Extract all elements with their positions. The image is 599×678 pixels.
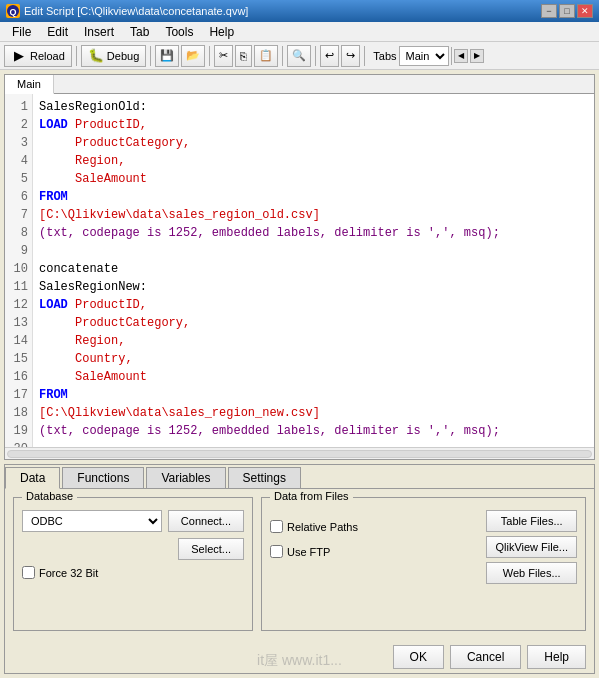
toolbar-separator-2 <box>150 46 151 66</box>
db-select-btn-row: Select... <box>22 538 244 560</box>
open-button[interactable]: 📂 <box>181 45 205 67</box>
cut-icon: ✂ <box>219 49 228 62</box>
copy-button[interactable]: ⎘ <box>235 45 252 67</box>
search-icon: 🔍 <box>292 49 306 62</box>
undo-button[interactable]: ↩ <box>320 45 339 67</box>
force32-row: Force 32 Bit <box>22 566 244 579</box>
select-button[interactable]: Select... <box>178 538 244 560</box>
scroll-right-arrow[interactable]: ▶ <box>470 49 484 63</box>
app-icon: Q <box>6 4 20 18</box>
maximize-button[interactable]: □ <box>559 4 575 18</box>
footer-row: OK Cancel Help <box>5 639 594 673</box>
toolbar-separator-4 <box>282 46 283 66</box>
toolbar: ▶ Reload 🐛 Debug 💾 📂 ✂ ⎘ 📋 🔍 <box>0 42 599 70</box>
tab-settings[interactable]: Settings <box>228 467 301 488</box>
files-section: Relative Paths Use FTP Table Files... Ql… <box>270 510 577 584</box>
menu-help[interactable]: Help <box>201 23 242 41</box>
reload-icon: ▶ <box>11 48 27 64</box>
redo-icon: ↪ <box>346 49 355 62</box>
help-button[interactable]: Help <box>527 645 586 669</box>
db-select-row: ODBC Connect... <box>22 510 244 532</box>
title-bar: Q Edit Script [C:\Qlikview\data\concetan… <box>0 0 599 22</box>
toolbar-separator <box>76 46 77 66</box>
reload-button[interactable]: ▶ Reload <box>4 45 72 67</box>
bottom-content: Database ODBC Connect... Select... Force… <box>5 489 594 639</box>
undo-icon: ↩ <box>325 49 334 62</box>
toolbar-separator-6 <box>364 46 365 66</box>
tabs-label: Tabs <box>373 50 396 62</box>
ok-button[interactable]: OK <box>393 645 444 669</box>
relative-paths-row: Relative Paths <box>270 520 478 533</box>
save-button[interactable]: 💾 <box>155 45 179 67</box>
files-group: Data from Files Relative Paths Use FTP <box>261 497 586 631</box>
use-ftp-checkbox[interactable] <box>270 545 283 558</box>
copy-icon: ⎘ <box>240 50 247 62</box>
files-checks: Relative Paths Use FTP <box>270 510 478 584</box>
editor-tab-main[interactable]: Main <box>5 75 54 94</box>
paste-icon: 📋 <box>259 49 273 62</box>
tab-data[interactable]: Data <box>5 467 60 489</box>
code-container: 12345 678910 1112131415 1617181920 Sales… <box>5 94 594 447</box>
minimize-button[interactable]: − <box>541 4 557 18</box>
bottom-panel: Data Functions Variables Settings Databa… <box>4 464 595 674</box>
files-buttons: Table Files... QlikView File... Web File… <box>486 510 577 584</box>
menu-tools[interactable]: Tools <box>157 23 201 41</box>
toolbar-separator-5 <box>315 46 316 66</box>
editor-panel: Main 12345 678910 1112131415 1617181920 … <box>4 74 595 460</box>
qlikview-file-button[interactable]: QlikView File... <box>486 536 577 558</box>
paste-button[interactable]: 📋 <box>254 45 278 67</box>
files-label: Data from Files <box>270 490 353 502</box>
scroll-left-arrow[interactable]: ◀ <box>454 49 468 63</box>
find-button[interactable]: 🔍 <box>287 45 311 67</box>
table-files-button[interactable]: Table Files... <box>486 510 577 532</box>
web-files-button[interactable]: Web Files... <box>486 562 577 584</box>
database-label: Database <box>22 490 77 502</box>
use-ftp-label: Use FTP <box>287 546 330 558</box>
main-content: Main 12345 678910 1112131415 1617181920 … <box>0 70 599 678</box>
editor-tabs: Main <box>5 75 594 94</box>
use-ftp-row: Use FTP <box>270 545 478 558</box>
relative-paths-checkbox[interactable] <box>270 520 283 533</box>
database-select[interactable]: ODBC <box>22 510 162 532</box>
window-title: Edit Script [C:\Qlikview\data\concetanat… <box>24 5 248 17</box>
debug-button[interactable]: 🐛 Debug <box>81 45 146 67</box>
tab-functions[interactable]: Functions <box>62 467 144 488</box>
redo-button[interactable]: ↪ <box>341 45 360 67</box>
h-scrollbar[interactable] <box>5 447 594 459</box>
bottom-tabs: Data Functions Variables Settings <box>5 465 594 489</box>
save-icon: 💾 <box>160 49 174 62</box>
section-row: Database ODBC Connect... Select... Force… <box>13 497 586 631</box>
tabs-dropdown[interactable]: Main <box>399 46 449 66</box>
debug-icon: 🐛 <box>88 48 104 64</box>
menu-bar: File Edit Insert Tab Tools Help <box>0 22 599 42</box>
line-numbers: 12345 678910 1112131415 1617181920 <box>5 94 33 447</box>
toolbar-separator-3 <box>209 46 210 66</box>
menu-tab[interactable]: Tab <box>122 23 157 41</box>
tab-variables[interactable]: Variables <box>146 467 225 488</box>
force32-label: Force 32 Bit <box>39 567 98 579</box>
relative-paths-label: Relative Paths <box>287 521 358 533</box>
connect-button[interactable]: Connect... <box>168 510 244 532</box>
close-button[interactable]: ✕ <box>577 4 593 18</box>
open-icon: 📂 <box>186 49 200 62</box>
menu-edit[interactable]: Edit <box>39 23 76 41</box>
menu-file[interactable]: File <box>4 23 39 41</box>
scroll-arrows: ◀ ▶ <box>451 47 486 65</box>
cancel-button[interactable]: Cancel <box>450 645 521 669</box>
svg-text:Q: Q <box>9 7 16 17</box>
force32-checkbox[interactable] <box>22 566 35 579</box>
code-editor[interactable]: SalesRegionOld:LOAD ProductID, ProductCa… <box>33 94 594 447</box>
database-group: Database ODBC Connect... Select... Force… <box>13 497 253 631</box>
cut-button[interactable]: ✂ <box>214 45 233 67</box>
menu-insert[interactable]: Insert <box>76 23 122 41</box>
